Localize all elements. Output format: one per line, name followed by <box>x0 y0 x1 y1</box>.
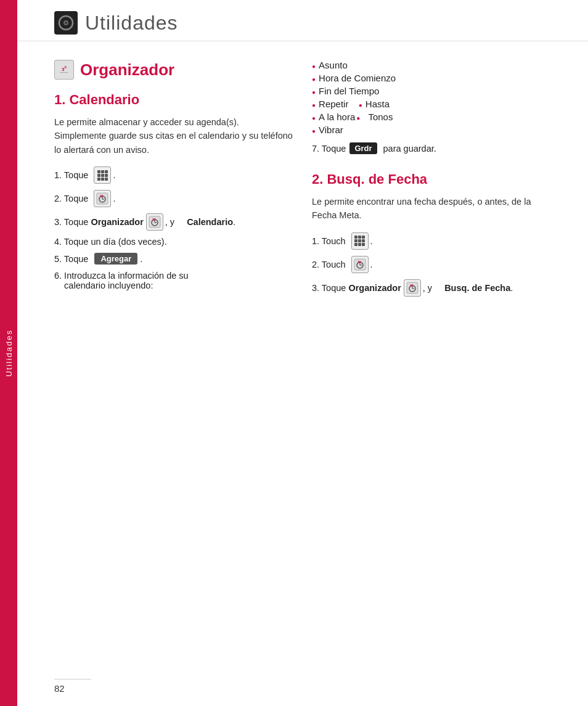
step-5-text: 5. Toque <box>54 254 88 264</box>
svg-point-2 <box>65 22 67 24</box>
svg-text:30: 30 <box>100 194 104 198</box>
busq-step-3-icon-org: 30 <box>404 279 421 297</box>
header-icon <box>54 11 78 35</box>
step-3-indent: Calendario. <box>174 217 235 227</box>
left-column: 30 ─── Organizador 1. Calendario Le perm… <box>54 60 293 303</box>
bullet-list: ● Asunto ● Hora de Comienzo ● Fin del Ti… <box>312 60 551 135</box>
bullet-alahora: ● A la hora ● Tonos <box>312 112 551 122</box>
busq-step-3: 3. Toque Organizador 30 , y Busq. de Fec… <box>312 279 551 297</box>
step-4-text: 4. Toque un día (dos veces). <box>54 237 167 247</box>
bullet-alahora-text: A la hora <box>319 112 355 122</box>
section2-body: Le permite encontrar una fecha después, … <box>312 195 551 223</box>
step-7-text: 7. Toque <box>312 144 346 154</box>
busq-step-2-icon-org: 30 <box>351 256 369 273</box>
step-6: 6. Introduzca la información de su calen… <box>54 271 293 290</box>
organizador-title: 30 ─── Organizador <box>54 60 293 80</box>
busq-step-1-icon-grid <box>351 232 369 250</box>
organizador-icon: 30 ─── <box>54 60 74 80</box>
step-2-num: 2. Toque <box>54 194 88 203</box>
bullet-vibrar-text: Vibrar <box>319 125 343 135</box>
step-2-period: . <box>113 194 115 203</box>
busq-step-2-period: . <box>370 260 373 269</box>
bullet-fin: ● Fin del Tiempo <box>312 86 551 96</box>
step-7-after: para guardar. <box>383 144 436 154</box>
step-4: 4. Toque un día (dos veces). <box>54 237 293 247</box>
step-6-text: 6. Introduzca la información de su calen… <box>54 271 189 290</box>
sidebar-label: Utilidades <box>4 329 14 377</box>
busq-step-3-after: , y <box>423 283 432 293</box>
busq-step-3-text: 3. Toque Organizador <box>312 283 401 293</box>
step-5: 5. Toque Agregar . <box>54 253 293 265</box>
bullet-repetir-text: Repetir <box>319 99 354 109</box>
step-2: 2. Toque 30 . <box>54 190 293 207</box>
organizador-heading: Organizador <box>80 60 174 80</box>
step-1-num: 1. Toque <box>54 170 88 180</box>
step-5-period: . <box>140 254 142 264</box>
bullet-asunto-text: Asunto <box>319 60 348 70</box>
section2-heading: 2. Busq. de Fecha <box>312 171 551 187</box>
busq-step-1-num: 1. Touch <box>312 236 346 246</box>
svg-text:30: 30 <box>152 218 156 221</box>
svg-text:30: 30 <box>410 284 414 287</box>
section1-body: Le permite almacenar y acceder su agenda… <box>54 115 293 157</box>
section1-heading: 1. Calendario <box>54 92 293 108</box>
sidebar-stripe: Utilidades <box>0 0 17 706</box>
step-3: 3. Toque Organizador 30 , y Calendario. <box>54 213 293 231</box>
bullet-tonos-text: Tonos <box>363 112 393 122</box>
bullet-hora-text: Hora de Comienzo <box>319 73 396 83</box>
step-1-icon-grid <box>94 166 111 184</box>
step-3-text: 3. Toque Organizador <box>54 217 144 227</box>
btn-grdr: Grdr <box>349 142 377 154</box>
busq-step-2: 2. Touch 30 . <box>312 256 551 273</box>
svg-text:30: 30 <box>357 260 361 264</box>
btn-agregar: Agregar <box>94 253 137 265</box>
step-2-icon-org: 30 <box>94 190 111 207</box>
header-title: Utilidades <box>85 12 178 35</box>
step-7: 7. Toque Grdr para guardar. <box>312 142 551 154</box>
main-content: 30 ─── Organizador 1. Calendario Le perm… <box>17 41 588 315</box>
busq-step-1-period: . <box>370 236 373 246</box>
bullet-vibrar: ● Vibrar <box>312 125 551 135</box>
header: Utilidades <box>17 0 588 41</box>
page-number: 82 <box>54 679 91 694</box>
bullet-fin-text: Fin del Tiempo <box>319 86 379 96</box>
bullet-repetir: ● Repetir ● Hasta <box>312 99 551 109</box>
bullet-hora: ● Hora de Comienzo <box>312 73 551 83</box>
busq-step-2-num: 2. Touch <box>312 260 346 269</box>
step-3-icon-org: 30 <box>146 213 163 231</box>
step-1: 1. Toque . <box>54 166 293 184</box>
busq-step-1: 1. Touch . <box>312 232 551 250</box>
step-3-after: , y <box>165 217 174 227</box>
bullet-hasta-text: Hasta <box>365 99 390 109</box>
busq-step-3-indent: Busq. de Fecha. <box>432 283 513 293</box>
bullet-asunto: ● Asunto <box>312 60 551 70</box>
step-1-period: . <box>113 170 115 180</box>
right-column: ● Asunto ● Hora de Comienzo ● Fin del Ti… <box>312 60 551 303</box>
